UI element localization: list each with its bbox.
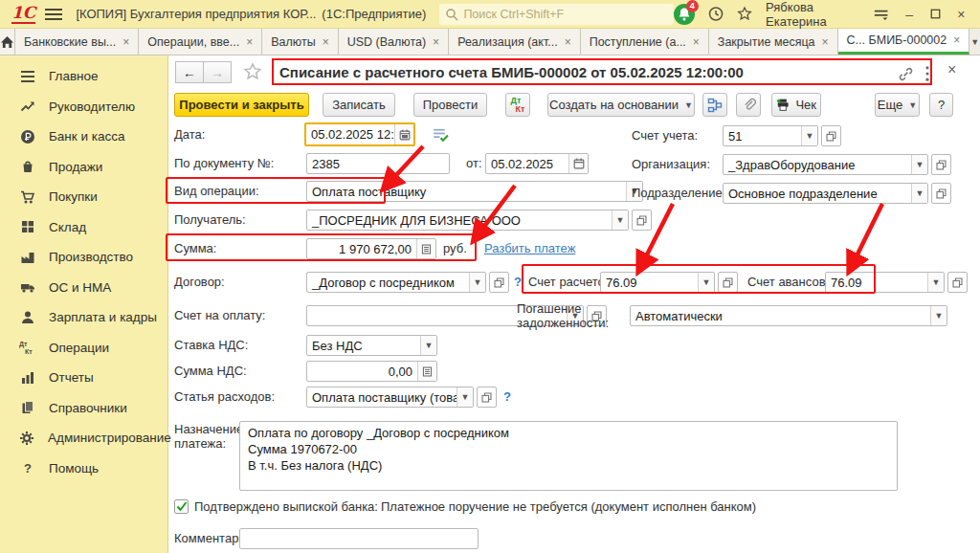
document-structure-button[interactable] [702, 93, 727, 117]
operation-type-field[interactable]: Оплата поставщику ▼ [306, 181, 643, 202]
sidebar-item-fixed-assets[interactable]: ОС и НМА [0, 273, 167, 303]
department-value[interactable]: Основное подразделение [724, 187, 911, 201]
dropdown-arrow-icon[interactable]: ▼ [698, 273, 714, 292]
receipt-button[interactable]: Чек [771, 93, 821, 117]
date-field[interactable]: 05.02.2025 12:00:00 [304, 122, 415, 146]
operation-type-value[interactable]: Оплата поставщику [307, 185, 626, 199]
organization-field[interactable]: _ЗдравОборудование ▼ [723, 154, 928, 175]
tab-receipt[interactable]: Поступление (а...× [581, 29, 709, 55]
settlement-account-value[interactable]: 76.09 [601, 276, 698, 290]
dropdown-arrow-icon[interactable]: ▼ [457, 387, 473, 407]
tab-writeoff-document[interactable]: С... БМИБ-000002× [838, 29, 970, 55]
attachments-button[interactable] [736, 93, 761, 117]
accounting-account-field[interactable]: 51 ▼ [723, 125, 818, 146]
department-field[interactable]: Основное подразделение ▼ [723, 183, 928, 204]
contract-help-icon[interactable]: ? [514, 272, 522, 293]
accounting-account-open-button[interactable] [821, 125, 841, 146]
close-document-icon[interactable]: × [947, 61, 956, 78]
dropdown-arrow-icon[interactable]: ▼ [911, 184, 927, 203]
debt-repayment-value[interactable]: Автоматически [631, 309, 930, 323]
more-menu-icon[interactable] [924, 65, 930, 82]
sidebar-item-reports[interactable]: Отчеты [0, 363, 167, 393]
settlement-account-open-button[interactable] [718, 272, 738, 293]
sidebar-item-sales[interactable]: Продажи [0, 152, 167, 183]
vat-amount-value[interactable]: 0,00 [307, 365, 417, 379]
calendar-icon[interactable] [568, 154, 588, 173]
expense-item-field[interactable]: Оплата поставщику (товары, работ ▼ [306, 387, 474, 408]
post-button[interactable]: Провести [413, 93, 487, 117]
history-icon[interactable] [708, 5, 724, 23]
dropdown-arrow-icon[interactable]: ▼ [927, 273, 944, 292]
dropdown-arrow-icon[interactable]: ▼ [612, 210, 628, 230]
tab-close-icon[interactable]: × [246, 35, 253, 49]
contract-value[interactable]: _Договор с посредником [307, 276, 469, 290]
payee-value[interactable]: _ПОСРЕДНИК ДЛЯ БИЗНЕСА ООО [307, 213, 612, 228]
favorite-star-icon[interactable] [243, 62, 262, 81]
post-and-close-button[interactable]: Провести и закрыть [174, 93, 309, 117]
dropdown-arrow-icon[interactable]: ▼ [930, 306, 947, 325]
tab-close-icon[interactable]: × [822, 35, 829, 49]
current-user[interactable]: Рябкова Екатерина [766, 0, 860, 29]
debt-repayment-field[interactable]: Автоматически ▼ [630, 305, 947, 326]
tab-usd-currency[interactable]: USD (Валюта)× [339, 29, 449, 55]
more-actions-button[interactable]: Еще▼ [875, 93, 920, 117]
favorites-icon[interactable] [737, 5, 752, 23]
advance-account-value[interactable]: 76.09 [826, 276, 927, 290]
main-menu-icon[interactable] [45, 8, 62, 21]
tab-close-icon[interactable]: × [953, 33, 960, 47]
sidebar-item-manager[interactable]: Руководителю [0, 92, 167, 122]
advance-account-field[interactable]: 76.09 ▼ [825, 272, 945, 293]
minimize-button[interactable]: – [902, 7, 916, 22]
date-value[interactable]: 05.02.2025 12:00:00 [306, 127, 394, 142]
bank-confirmed-checkbox[interactable] [174, 499, 189, 514]
calculator-icon[interactable] [417, 362, 436, 381]
calendar-icon[interactable] [394, 124, 413, 144]
sidebar-item-administration[interactable]: Администрирование [0, 423, 167, 453]
tab-close-icon[interactable]: × [433, 35, 439, 49]
settlement-account-field[interactable]: 76.09 ▼ [600, 272, 715, 293]
expense-item-value[interactable]: Оплата поставщику (товары, работ [307, 390, 457, 405]
sidebar-item-bank-cash[interactable]: Банк и касса [0, 122, 167, 152]
tab-operations[interactable]: Операции, вве...× [139, 29, 262, 55]
calculator-icon[interactable] [416, 239, 435, 258]
set-current-date-icon[interactable] [432, 126, 449, 143]
vat-rate-field[interactable]: Без НДС ▼ [306, 335, 437, 356]
advance-account-open-button[interactable] [947, 272, 968, 293]
get-link-icon[interactable] [898, 66, 914, 82]
department-open-button[interactable] [931, 183, 951, 204]
nav-back-button[interactable]: ← [175, 61, 204, 83]
accounting-account-value[interactable]: 51 [724, 129, 801, 144]
sidebar-item-help[interactable]: ?Помощь [0, 453, 167, 484]
dropdown-arrow-icon[interactable]: ▼ [801, 126, 817, 145]
notifications-button[interactable]: 4 [674, 4, 695, 25]
contract-open-button[interactable] [489, 272, 509, 293]
by-document-date-value[interactable]: 05.02.2025 [486, 157, 568, 171]
vat-rate-value[interactable]: Без НДС [307, 339, 420, 353]
tab-close-icon[interactable]: × [122, 35, 129, 49]
create-based-on-button[interactable]: Создать на основании▼ [547, 93, 695, 117]
tab-close-icon[interactable]: × [323, 35, 329, 49]
dropdown-arrow-icon[interactable]: ▼ [469, 273, 485, 292]
tab-overflow-button[interactable]: ▼ [969, 29, 980, 55]
tab-bank-statements[interactable]: Банковские вы...× [15, 29, 139, 55]
organization-value[interactable]: _ЗдравОборудование [724, 158, 911, 172]
payment-purpose-textarea[interactable]: Оплата по договору _Договор с посреднико… [239, 421, 898, 491]
tab-close-icon[interactable]: × [565, 35, 571, 49]
show-postings-button[interactable]: ДтКт [505, 93, 530, 117]
close-window-button[interactable]: × [954, 7, 969, 22]
tab-currencies[interactable]: Валюты× [262, 29, 338, 55]
maximize-button[interactable] [930, 8, 941, 20]
sidebar-item-main[interactable]: Главное [0, 61, 167, 92]
payee-field[interactable]: _ПОСРЕДНИК ДЛЯ БИЗНЕСА ООО ▼ [306, 210, 629, 231]
by-document-number-value[interactable]: 2385 [307, 157, 449, 171]
tab-close-icon[interactable]: × [693, 35, 700, 49]
contract-field[interactable]: _Договор с посредником ▼ [306, 272, 486, 293]
amount-field[interactable]: 1 970 672,00 [306, 238, 436, 259]
help-button[interactable]: ? [929, 93, 953, 117]
sidebar-item-operations[interactable]: ДтКтОперации [0, 333, 167, 364]
organization-open-button[interactable] [931, 154, 951, 175]
global-search-input[interactable]: Поиск Ctrl+Shift+F [439, 4, 674, 25]
sidebar-item-references[interactable]: Справочники [0, 393, 167, 424]
comment-field[interactable] [239, 528, 479, 549]
split-payment-link[interactable]: Разбить платеж [484, 238, 575, 259]
